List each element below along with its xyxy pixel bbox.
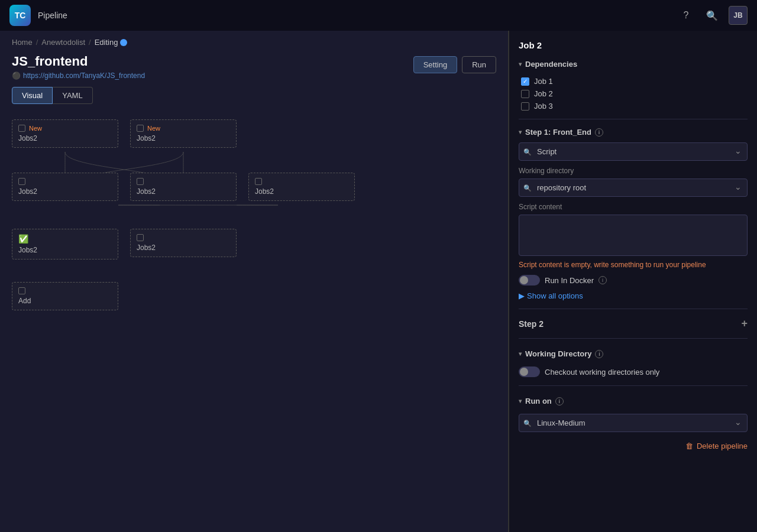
node-label-4: Jobs2 <box>137 187 230 196</box>
job-node-add[interactable]: Add <box>12 282 118 310</box>
script-error: Script content is empty, write something… <box>519 261 748 269</box>
dependencies-header[interactable]: ▾ Dependencies <box>519 57 748 71</box>
docker-info-icon[interactable]: i <box>599 276 607 284</box>
working-dir-section-header[interactable]: ▾ Working Directory i <box>519 347 748 361</box>
job-node-5[interactable]: Jobs2 <box>248 173 355 201</box>
run-on-label: Run on <box>525 397 552 406</box>
step1-info-icon[interactable]: i <box>595 128 603 137</box>
main-layout: Home / Anewtodolist / Editing JS_fronten… <box>0 31 757 532</box>
delete-label: Delete pipeline <box>697 442 748 450</box>
run-on-info-icon[interactable]: i <box>555 397 564 406</box>
show-options-link[interactable]: ▶ Show all options <box>519 291 748 300</box>
right-panel: Job 2 ▾ Dependencies Job 1 Job 2 Job 3 ▾… <box>509 31 757 532</box>
step1-chevron: ▾ <box>519 129 522 135</box>
run-on-chevron: ▾ <box>519 398 522 404</box>
help-icon[interactable]: ? <box>677 6 695 25</box>
show-options-label: Show all options <box>527 291 583 300</box>
github-icon: ⚫ <box>12 72 21 80</box>
breadcrumb-home[interactable]: Home <box>12 38 33 47</box>
app-title: Pipeline <box>38 11 67 20</box>
node-badge-2: New <box>147 125 160 132</box>
step2-header: Step 2 + <box>519 317 748 330</box>
node-label-6: Jobs2 <box>18 246 112 254</box>
node-checkbox-5 <box>255 178 262 185</box>
tab-visual[interactable]: Visual <box>12 87 53 104</box>
node-checkbox-add <box>18 287 25 294</box>
working-dir-wrapper: repository root <box>519 179 748 197</box>
node-checkbox-3 <box>18 178 25 185</box>
run-on-header[interactable]: ▾ Run on i <box>519 394 748 408</box>
node-label-5: Jobs2 <box>255 187 348 196</box>
dependency-job2[interactable]: Job 2 <box>521 89 748 98</box>
dependencies-chevron: ▾ <box>519 61 522 67</box>
run-in-docker-label: Run In Docker <box>545 276 594 285</box>
node-label-7: Jobs2 <box>137 244 230 252</box>
avatar[interactable]: JB <box>729 6 748 25</box>
node-checkbox-2 <box>137 125 144 132</box>
show-options-chevron: ▶ <box>519 291 525 300</box>
working-dir-chevron: ▾ <box>519 351 522 357</box>
run-on-wrapper: Linux-Medium <box>519 414 748 432</box>
tab-yaml[interactable]: YAML <box>53 87 92 104</box>
tabs: Visual YAML <box>0 87 508 113</box>
run-on-select[interactable]: Linux-Medium <box>519 414 748 432</box>
node-badge-1: New <box>29 125 42 132</box>
script-select[interactable]: Script <box>519 142 748 161</box>
app-logo: TC <box>9 5 31 26</box>
divider-4 <box>519 385 748 386</box>
working-dir-label: Working directory <box>519 167 748 175</box>
page-actions: Setting Run <box>413 54 496 73</box>
checkbox-job1[interactable] <box>521 77 529 86</box>
step1-label: Step 1: Front_End <box>525 128 591 137</box>
job-node-7[interactable]: Jobs2 <box>130 229 237 257</box>
trash-icon: 🗑 <box>685 442 693 450</box>
job-node-1[interactable]: New Jobs2 <box>12 119 118 148</box>
title-section: JS_frontend ⚫ https://github.com/TanyaK/… <box>12 54 145 80</box>
delete-pipeline-button[interactable]: 🗑 Delete pipeline <box>519 442 748 450</box>
checkout-toggle[interactable] <box>519 366 540 377</box>
step2-label: Step 2 <box>519 319 544 329</box>
status-dot <box>120 39 127 46</box>
job-node-3[interactable]: Jobs2 <box>12 173 118 201</box>
node-label-3: Jobs2 <box>18 187 112 196</box>
pipeline-canvas: New Jobs2 New Jobs2 Jobs2 <box>12 113 496 445</box>
step2-add-icon[interactable]: + <box>741 317 748 330</box>
node-label-1: Jobs2 <box>18 134 112 142</box>
checkbox-job2[interactable] <box>521 90 529 98</box>
dependency-job3[interactable]: Job 3 <box>521 102 748 111</box>
divider-2 <box>519 309 748 309</box>
working-dir-select[interactable]: repository root <box>519 179 748 197</box>
job-title: Job 2 <box>519 40 748 50</box>
page-subtitle: ⚫ https://github.com/TanyaK/JS_frontend <box>12 72 145 80</box>
page-header: JS_frontend ⚫ https://github.com/TanyaK/… <box>0 51 508 87</box>
working-dir-section-label: Working Directory <box>525 349 591 358</box>
dependencies-label: Dependencies <box>525 60 577 69</box>
checkout-row: Checkout working directories only <box>519 366 748 377</box>
left-panel: Home / Anewtodolist / Editing JS_fronten… <box>0 31 509 532</box>
breadcrumb: Home / Anewtodolist / Editing <box>0 31 508 51</box>
step1-header[interactable]: ▾ Step 1: Front_End i <box>519 128 748 137</box>
script-content-label: Script content <box>519 203 748 211</box>
job-node-2[interactable]: New Jobs2 <box>130 119 237 148</box>
working-dir-info-icon[interactable]: i <box>595 350 603 358</box>
node-ok-icon-6: ✅ <box>18 234 28 244</box>
breadcrumb-project[interactable]: Anewtodolist <box>41 38 85 47</box>
checkbox-job3[interactable] <box>521 102 529 111</box>
divider-1 <box>519 119 748 119</box>
divider-3 <box>519 338 748 339</box>
node-checkbox-4 <box>137 178 144 185</box>
job-node-4[interactable]: Jobs2 <box>130 173 237 201</box>
setting-button[interactable]: Setting <box>413 56 457 73</box>
topnav: TC Pipeline ? 🔍 JB <box>0 0 757 31</box>
node-label-2: Jobs2 <box>137 134 230 142</box>
checkout-label: Checkout working directories only <box>545 368 659 377</box>
job-node-6[interactable]: ✅ Jobs2 <box>12 229 118 259</box>
script-content-input[interactable] <box>519 215 748 256</box>
run-button[interactable]: Run <box>462 56 496 73</box>
dependency-job1[interactable]: Job 1 <box>521 77 748 86</box>
page-title: JS_frontend <box>12 54 145 69</box>
run-in-docker-toggle[interactable] <box>519 275 540 286</box>
node-checkbox-7 <box>137 234 144 241</box>
search-icon[interactable]: 🔍 <box>703 6 722 25</box>
node-checkbox-1 <box>18 125 25 132</box>
